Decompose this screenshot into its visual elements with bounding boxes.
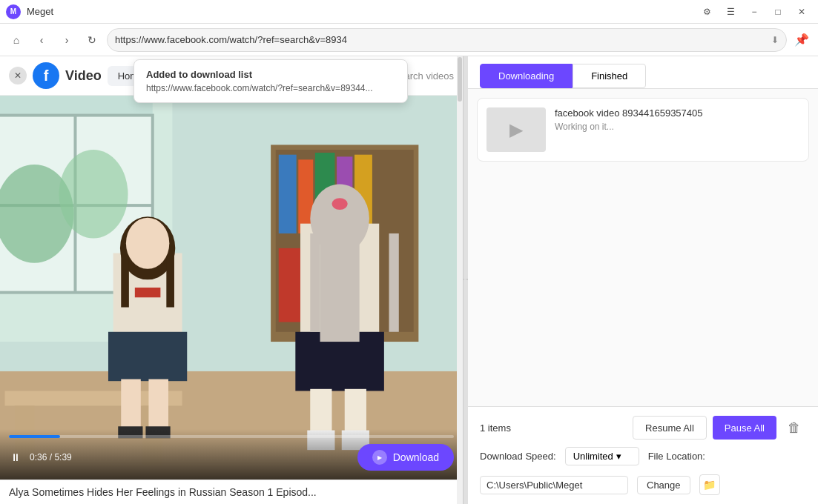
download-label: Download xyxy=(393,451,439,463)
svg-rect-15 xyxy=(279,248,300,322)
svg-point-7 xyxy=(59,150,128,239)
tab-finished[interactable]: Finished xyxy=(573,64,646,88)
video-title: Alya Sometimes Hides Her Feelings in Rus… xyxy=(0,480,463,504)
time-display: 0:36 / 5:39 xyxy=(30,452,72,462)
item-thumbnail: ▶ xyxy=(486,107,546,152)
download-speed-label: Download Speed: xyxy=(480,451,556,462)
home-nav-button[interactable]: ⌂ xyxy=(6,30,27,50)
app-title: Meget xyxy=(27,6,696,17)
browser-toolbar: ⌂ ‹ › ↻ ⬇ 📌 xyxy=(0,24,818,56)
main-layout: Added to download list https://www.faceb… xyxy=(0,56,818,504)
video-controls: ⏸ 0:36 / 5:39 ▶ Download xyxy=(0,429,463,480)
svg-rect-24 xyxy=(108,332,187,381)
controls-row: ⏸ 0:36 / 5:39 ▶ Download xyxy=(9,444,454,471)
fb-close-button[interactable]: ✕ xyxy=(9,67,27,84)
app-logo: M xyxy=(6,4,21,19)
chevron-down-icon: ▾ xyxy=(616,451,621,462)
item-info: facebook video 893441659357405 Working o… xyxy=(555,107,799,132)
play-pause-button[interactable]: ⏸ xyxy=(9,450,22,465)
svg-rect-26 xyxy=(121,248,129,308)
speed-select[interactable]: Unlimited ▾ xyxy=(565,447,639,465)
fb-section-label: Video xyxy=(65,68,102,84)
svg-rect-29 xyxy=(135,288,161,297)
items-count: 1 items xyxy=(480,422,511,434)
bottom-row2: Download Speed: Unlimited ▾ File Locatio… xyxy=(480,447,806,495)
close-button[interactable]: ✕ xyxy=(791,4,812,20)
notification-url: https://www.facebook.com/watch/?ref=sear… xyxy=(146,83,395,93)
scroll-indicator[interactable] xyxy=(457,56,463,504)
speed-value: Unlimited xyxy=(573,451,613,462)
resume-all-button[interactable]: Resume All xyxy=(633,416,707,440)
change-button[interactable]: Change xyxy=(637,476,690,494)
download-item: ▶ facebook video 893441659357405 Working… xyxy=(477,98,809,162)
svg-rect-38 xyxy=(389,233,399,332)
video-content: ⏸ 0:36 / 5:39 ▶ Download xyxy=(0,96,463,480)
browser-pane: Added to download list https://www.faceb… xyxy=(0,56,464,504)
pin-button[interactable]: 📌 xyxy=(791,30,812,50)
item-status: Working on it... xyxy=(555,122,799,132)
facebook-logo: f xyxy=(33,62,59,89)
tab-downloading[interactable]: Downloading xyxy=(480,64,573,88)
svg-rect-27 xyxy=(166,248,174,308)
svg-rect-31 xyxy=(148,379,168,428)
window-controls: ⚙ ☰ − □ ✕ xyxy=(696,4,812,20)
address-bar-wrapper: ⬇ xyxy=(107,28,787,52)
refresh-button[interactable]: ↻ xyxy=(82,30,102,50)
notification-popup: Added to download list https://www.faceb… xyxy=(133,59,408,103)
folder-button[interactable]: 📁 xyxy=(699,474,720,495)
file-location-input[interactable] xyxy=(480,476,628,494)
svg-rect-37 xyxy=(310,233,320,332)
svg-point-44 xyxy=(332,198,347,210)
progress-bar[interactable] xyxy=(9,435,454,438)
scroll-thumb xyxy=(458,57,462,102)
notification-title: Added to download list xyxy=(146,69,395,80)
bottom-actions: Resume All Pause All 🗑 xyxy=(633,416,806,440)
pause-all-button[interactable]: Pause All xyxy=(713,416,776,440)
maximize-button[interactable]: □ xyxy=(768,4,788,20)
address-bar[interactable] xyxy=(115,34,767,45)
download-arrow-icon[interactable]: ⬇ xyxy=(771,35,779,45)
download-panel: Downloading Finished ▶ facebook video 89… xyxy=(468,56,818,504)
item-title: facebook video 893441659357405 xyxy=(555,107,799,119)
minimize-button[interactable]: − xyxy=(744,4,765,20)
menu-button[interactable]: ☰ xyxy=(720,4,741,20)
svg-rect-39 xyxy=(320,233,360,342)
download-bottom: 1 items Resume All Pause All 🗑 Download … xyxy=(468,406,818,504)
bottom-row1: 1 items Resume All Pause All 🗑 xyxy=(480,416,806,440)
back-button[interactable]: ‹ xyxy=(31,30,52,50)
download-play-icon: ▶ xyxy=(372,450,387,465)
svg-rect-10 xyxy=(279,155,297,233)
anime-background xyxy=(0,96,463,480)
svg-rect-30 xyxy=(121,379,141,428)
progress-fill xyxy=(9,435,60,438)
settings-button[interactable]: ⚙ xyxy=(696,4,717,20)
delete-button[interactable]: 🗑 xyxy=(782,416,806,440)
anime-scene-svg xyxy=(0,96,463,480)
titlebar: M Meget ⚙ ☰ − □ ✕ xyxy=(0,0,818,24)
download-overlay-button[interactable]: ▶ Download xyxy=(357,444,454,471)
download-items-list: ▶ facebook video 893441659357405 Working… xyxy=(468,89,818,406)
play-icon: ▶ xyxy=(509,119,523,140)
download-tabs: Downloading Finished xyxy=(468,56,818,89)
svg-point-28 xyxy=(126,218,169,269)
forward-button[interactable]: › xyxy=(56,30,77,50)
file-location-label: File Location: xyxy=(648,451,705,462)
